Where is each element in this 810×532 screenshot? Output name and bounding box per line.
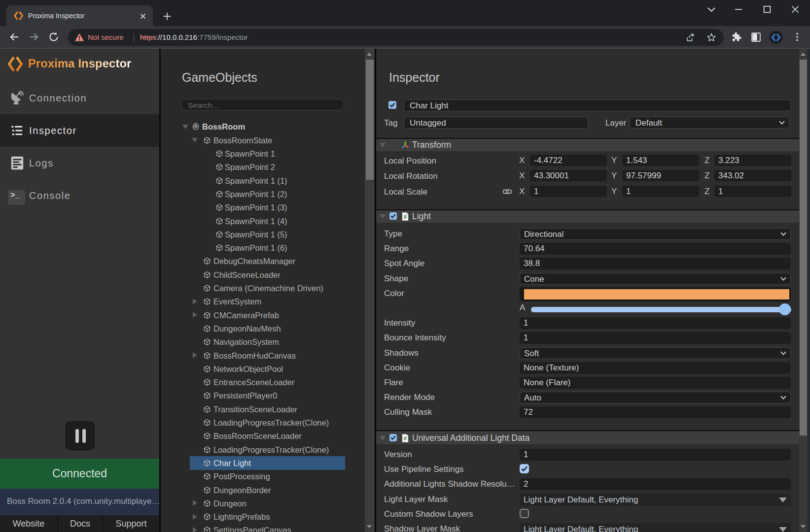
svg-text:#: # [404, 435, 407, 441]
svg-text:#: # [404, 214, 407, 220]
